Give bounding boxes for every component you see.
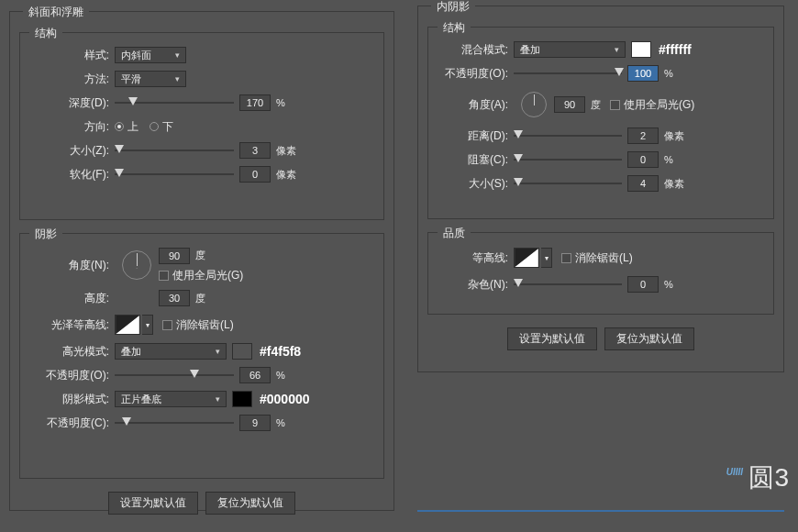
dir-up-label: 上 [127, 119, 139, 135]
size-input[interactable]: 3 [239, 142, 271, 159]
shadow-opacity-slider[interactable] [115, 416, 234, 429]
altitude-input[interactable]: 30 [159, 290, 190, 306]
soften-input[interactable]: 0 [239, 166, 271, 183]
choke-input[interactable]: 0 [627, 151, 659, 168]
choke-slider[interactable] [514, 153, 622, 166]
size-slider[interactable] [514, 177, 622, 190]
depth-unit: % [276, 97, 285, 108]
angle-unit: 度 [195, 249, 205, 262]
style-value: 内斜面 [121, 49, 151, 62]
direction-up-radio[interactable] [115, 122, 124, 131]
angle-input[interactable]: 90 [554, 96, 585, 113]
contour-label: 等高线: [436, 250, 514, 266]
method-value: 平滑 [121, 72, 141, 86]
bevel-emboss-panel: 斜面和浮雕 结构 样式: 内斜面 ▾ 方法: 平滑 ▾ 深度(D): 170 [9, 11, 394, 511]
choke-label: 阻塞(C): [436, 152, 514, 168]
antialias-label: 消除锯齿(L) [575, 250, 633, 266]
reset-default-button[interactable]: 复位为默认值 [205, 492, 295, 515]
watermark: 圆3 [748, 460, 789, 495]
direction-down-radio[interactable] [150, 122, 159, 131]
angle-input[interactable]: 90 [159, 248, 190, 264]
shadow-mode-label: 阴影模式: [28, 392, 115, 407]
antialias-label: 消除锯齿(L) [176, 317, 234, 333]
global-light-label: 使用全局光(G) [172, 268, 243, 283]
antialias-checkbox[interactable] [561, 253, 571, 263]
gloss-contour-picker[interactable] [115, 315, 140, 335]
highlight-color-swatch[interactable] [232, 343, 252, 360]
group-title: 结构 [438, 20, 471, 36]
shadow-mode-select[interactable]: 正片叠底 ▾ [115, 391, 227, 407]
noise-label: 杂色(N): [436, 277, 514, 293]
blend-value: 叠加 [520, 43, 540, 57]
shadow-mode-value: 正片叠底 [121, 393, 161, 406]
opacity-unit: % [664, 68, 673, 79]
opacity-slider[interactable] [514, 67, 622, 80]
chevron-down-icon: ▾ [175, 74, 180, 83]
noise-slider[interactable] [514, 278, 622, 291]
chevron-down-icon: ▾ [216, 394, 220, 404]
depth-label: 深度(D): [28, 95, 115, 111]
choke-unit: % [664, 154, 673, 165]
noise-input[interactable]: 0 [627, 276, 659, 293]
depth-input[interactable]: 170 [239, 94, 271, 111]
chevron-down-icon: ▾ [615, 45, 619, 54]
shadow-color-swatch[interactable] [232, 391, 252, 407]
depth-slider[interactable] [115, 96, 234, 109]
altitude-unit: 度 [195, 292, 205, 305]
shading-group: 阴影 角度(N): · 90 度 使用全局光(G) 高度: 30 [19, 233, 384, 479]
blend-label: 混合模式: [436, 42, 514, 58]
watermark-sub: UIIII [726, 467, 743, 477]
highlight-opacity-unit: % [276, 370, 285, 381]
size-slider[interactable] [115, 144, 234, 157]
blend-color-swatch[interactable] [631, 41, 651, 58]
distance-slider[interactable] [514, 129, 622, 142]
size-input[interactable]: 4 [627, 175, 659, 192]
style-label: 样式: [28, 48, 115, 63]
soften-slider[interactable] [115, 168, 234, 181]
shadow-opacity-input[interactable]: 9 [239, 415, 271, 431]
angle-label: 角度(N): [28, 258, 115, 273]
angle-unit: 度 [591, 98, 601, 112]
highlight-hex: #f4f5f8 [260, 344, 301, 359]
structure-group: 结构 样式: 内斜面 ▾ 方法: 平滑 ▾ 深度(D): 170 % [19, 32, 384, 220]
method-select[interactable]: 平滑 ▾ [115, 71, 186, 87]
soften-label: 软化(F): [28, 167, 115, 183]
angle-dial[interactable]: · [122, 250, 151, 280]
opacity-input[interactable]: 100 [627, 65, 659, 82]
panel-title: 斜面和浮雕 [23, 5, 89, 20]
distance-unit: 像素 [664, 129, 684, 143]
noise-unit: % [664, 279, 673, 290]
highlight-mode-select[interactable]: 叠加 ▾ [115, 343, 227, 360]
chevron-down-icon[interactable]: ▾ [541, 248, 552, 268]
highlight-mode-label: 高光模式: [28, 344, 115, 360]
soften-unit: 像素 [276, 168, 296, 182]
contour-picker[interactable] [514, 248, 539, 268]
group-title: 品质 [438, 226, 471, 241]
quality-group: 品质 等高线: ▾ 消除锯齿(L) 杂色(N): 0 % [427, 232, 774, 315]
size-label: 大小(Z): [28, 143, 115, 159]
distance-input[interactable]: 2 [627, 127, 659, 144]
reset-default-button[interactable]: 复位为默认值 [604, 327, 694, 350]
style-select[interactable]: 内斜面 ▾ [115, 47, 186, 63]
global-light-checkbox[interactable] [610, 100, 620, 110]
global-light-label: 使用全局光(G) [624, 97, 694, 113]
dir-down-label: 下 [162, 119, 173, 135]
set-default-button[interactable]: 设置为默认值 [108, 492, 198, 515]
chevron-down-icon[interactable]: ▾ [142, 315, 153, 335]
opacity-label: 不透明度(O): [436, 66, 514, 82]
highlight-opacity-slider[interactable] [115, 369, 234, 382]
angle-dial[interactable] [521, 92, 547, 117]
blend-mode-select[interactable]: 叠加 ▾ [514, 41, 626, 58]
structure-group: 结构 混合模式: 叠加 ▾ #ffffff 不透明度(O): 100 % 角度(… [427, 27, 774, 219]
shadow-hex: #000000 [260, 392, 310, 406]
global-light-checkbox[interactable] [159, 271, 169, 281]
highlight-opacity-input[interactable]: 66 [239, 367, 271, 383]
button-row: 设置为默认值 复位为默认值 [418, 327, 783, 350]
distance-label: 距离(D): [436, 128, 514, 144]
antialias-checkbox[interactable] [162, 320, 172, 330]
set-default-button[interactable]: 设置为默认值 [507, 327, 597, 350]
highlight-opacity-label: 不透明度(O): [28, 368, 115, 383]
size-unit: 像素 [276, 144, 296, 158]
group-title: 结构 [29, 26, 62, 41]
angle-label: 角度(A): [436, 97, 514, 113]
